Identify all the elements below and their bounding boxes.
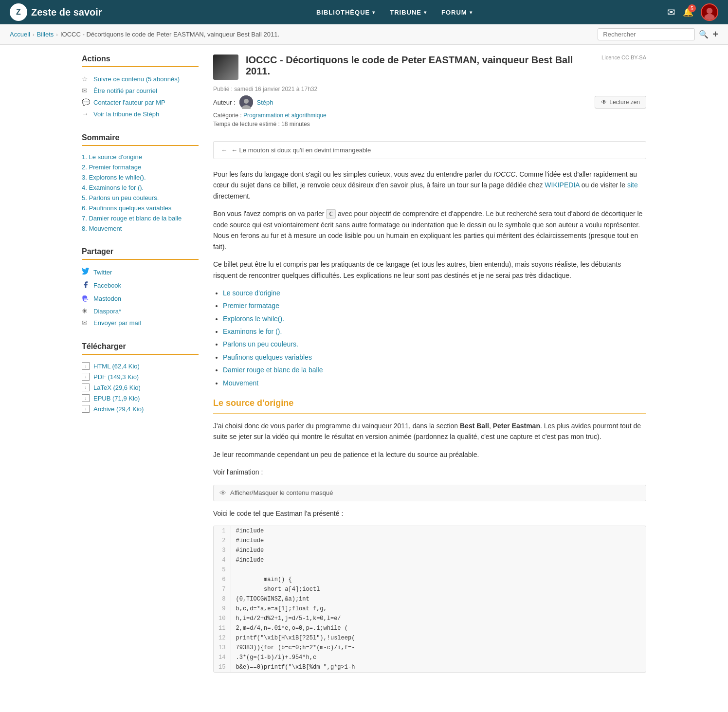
eye-hidden-icon: 👁: [219, 489, 226, 497]
code-line-content: [231, 565, 646, 575]
code-line: 112,m=d/4,n=.01*e,o=0,p=.1;while (: [214, 623, 646, 633]
arrow-left-icon: ←: [221, 146, 227, 154]
mastodon-icon: [82, 294, 90, 303]
code-line-number: 14: [214, 653, 231, 662]
code-line-number: 13: [214, 643, 231, 653]
sidebar-action-contact[interactable]: 💬 Contacter l'auteur par MP: [82, 96, 199, 108]
sidebar-share-mail[interactable]: ✉ Envoyer par mail: [82, 317, 199, 329]
section1-paragraph-1: J'ai choisi donc de vous parler du progr…: [213, 420, 646, 442]
code-line-number: 4: [214, 555, 231, 565]
sidebar: Actions ☆ Suivre ce contenu (5 abonnés) …: [82, 55, 199, 673]
toc-link-8[interactable]: Mouvement: [223, 379, 258, 387]
nav-forum[interactable]: FORUM ▾: [441, 9, 473, 16]
article-paragraph-1: Pour les fans du langage dont s'agit ou …: [213, 169, 646, 201]
mail-icon: ✉: [82, 319, 90, 327]
search-input[interactable]: [598, 28, 695, 40]
code-line: 8(0,TIOCGWINSZ,&a);int: [214, 594, 646, 604]
hidden-content-toggle[interactable]: 👁 Afficher/Masquer le contenu masqué: [213, 485, 646, 501]
code-line-number: 15: [214, 662, 231, 672]
section1-paragraph-3: Voir l'animation :: [213, 467, 646, 477]
article-category: Catégorie : Programmation et algorithmiq…: [213, 112, 646, 119]
lecture-zen-button[interactable]: 👁 Lecture zen: [595, 96, 646, 109]
code-line: 15b&e)==0)printf("\x1B[%dm ",g*g>1-h: [214, 662, 646, 672]
toc-link-6[interactable]: Paufinons quelques variables: [223, 353, 312, 361]
breadcrumb-billets[interactable]: Billets: [37, 31, 54, 38]
toc-link-4[interactable]: Examinons le for ().: [223, 328, 282, 335]
breadcrumb-bar: Accueil › Billets › IOCCC - Décortiquons…: [0, 24, 728, 45]
breadcrumb-current: IOCCC - Décortiquons le code de Peter EA…: [60, 31, 279, 38]
notifications-button[interactable]: 🔔 5: [683, 7, 693, 18]
nav-tribune[interactable]: TRIBUNE ▾: [390, 9, 427, 16]
toc-item-5[interactable]: 5. Parlons un peu couleurs.: [82, 193, 199, 203]
category-link[interactable]: Programmation et algorithmique: [243, 112, 327, 119]
download-epub[interactable]: ↓ EPUB (71,9 Kio): [82, 393, 199, 403]
toc-link-5[interactable]: Parlons un peu couleurs.: [223, 340, 298, 348]
article-voici: Voici le code tel que Eastman l'a présen…: [213, 508, 646, 519]
code-line-number: 3: [214, 546, 231, 555]
code-line-number: 9: [214, 604, 231, 614]
code-line-number: 11: [214, 623, 231, 633]
toc-item-4[interactable]: 4. Examinons le for ().: [82, 183, 199, 193]
chevron-down-icon: ▾: [470, 10, 473, 15]
toc-item-6[interactable]: 6. Paufinons quelques variables: [82, 203, 199, 213]
article-thumbnail: [213, 55, 238, 80]
code-line-number: 12: [214, 633, 231, 643]
breadcrumb-accueil[interactable]: Accueil: [10, 31, 30, 38]
code-line: 2#include: [214, 536, 646, 546]
download-archive[interactable]: ↓ Archive (29,4 Kio): [82, 403, 199, 414]
toc-item-1[interactable]: 1. Le source d'origine: [82, 152, 199, 162]
sidebar-action-tribune[interactable]: → Voir la tribune de Stéph: [82, 108, 199, 120]
download-html[interactable]: ↓ HTML (62,4 Kio): [82, 361, 199, 371]
wikipedia-link[interactable]: WIKIPEDIA: [545, 181, 580, 189]
sidebar-share-twitter[interactable]: Twitter: [82, 266, 199, 279]
sidebar-download-title: Télécharger: [82, 342, 199, 355]
search-button[interactable]: 🔍: [699, 30, 709, 39]
toc-link-3[interactable]: Explorons le while().: [223, 315, 284, 323]
code-line-content: #include: [231, 526, 646, 536]
download-pdf-icon: ↓: [82, 373, 90, 381]
author-link[interactable]: Stéph: [257, 99, 273, 106]
sidebar-share-facebook[interactable]: Facebook: [82, 279, 199, 292]
nav-bibliotheque[interactable]: BIBLIOTHÈQUE ▾: [316, 9, 375, 16]
article-title: IOCCC - Décortiquons le code de Peter EA…: [246, 55, 594, 77]
chevron-down-icon: ▾: [424, 10, 427, 15]
toc-link-2[interactable]: Premier formatage: [223, 302, 279, 310]
sidebar-action-follow[interactable]: ☆ Suivre ce contenu (5 abonnés): [82, 73, 199, 85]
code-line-content: b,c,d=*a,e=a[1];float f,g,: [231, 604, 646, 614]
sidebar-share-mastodon[interactable]: Mastodon: [82, 292, 199, 305]
twitter-icon: [82, 268, 90, 277]
toc-item-7[interactable]: 7. Damier rouge et blanc de la balle: [82, 213, 199, 223]
sidebar-share-section: Partager Twitter Facebook Mastodon: [82, 247, 199, 329]
author-label: Auteur :: [213, 99, 236, 106]
toc-link-7[interactable]: Damier rouge et blanc de la balle: [223, 366, 323, 374]
download-pdf[interactable]: ↓ PDF (149,3 Kio): [82, 371, 199, 382]
download-archive-icon: ↓: [82, 405, 90, 413]
article-author-row: Auteur : Stéph 👁 Lecture zen: [213, 95, 646, 109]
article-thumb-image: [213, 55, 238, 80]
article-prev-nav[interactable]: ← ← Le mouton si doux qu'il en devint im…: [213, 141, 646, 159]
code-line-number: 2: [214, 536, 231, 546]
logo-icon: Z: [10, 3, 27, 21]
code-line-content: 79383)){for (b=c=0;h=2*(m-c)/i,f=-: [231, 643, 646, 653]
code-line-content: #include: [231, 536, 646, 546]
toc-item-2[interactable]: 2. Premier formatage: [82, 162, 199, 172]
sidebar-share-diaspora[interactable]: ✳ Diaspora*: [82, 305, 199, 317]
toc-item-8[interactable]: 8. Mouvement: [82, 223, 199, 234]
download-latex[interactable]: ↓ LaTeX (29,6 Kio): [82, 382, 199, 393]
sidebar-actions-title: Actions: [82, 55, 199, 67]
messages-button[interactable]: ✉: [667, 6, 675, 18]
code-line: 1#include: [214, 526, 646, 536]
sidebar-action-notify[interactable]: ✉ Être notifié par courriel: [82, 85, 199, 96]
toc-item-3[interactable]: 3. Explorons le while().: [82, 172, 199, 183]
toc-link-1[interactable]: Le source d'origine: [223, 289, 280, 297]
sidebar-toc-section: Sommaire 1. Le source d'origine 2. Premi…: [82, 133, 199, 234]
sidebar-toc-title: Sommaire: [82, 133, 199, 146]
add-button[interactable]: +: [712, 29, 718, 40]
user-avatar[interactable]: [701, 3, 718, 21]
site-link[interactable]: site: [627, 181, 638, 189]
sidebar-actions-section: Actions ☆ Suivre ce contenu (5 abonnés) …: [82, 55, 199, 120]
notifications-badge: 5: [688, 4, 696, 12]
code-line-number: 1: [214, 526, 231, 536]
site-logo[interactable]: Z Zeste de savoir: [10, 3, 102, 21]
article-paragraph-3: Ce billet peut être lu et compris par le…: [213, 259, 646, 281]
